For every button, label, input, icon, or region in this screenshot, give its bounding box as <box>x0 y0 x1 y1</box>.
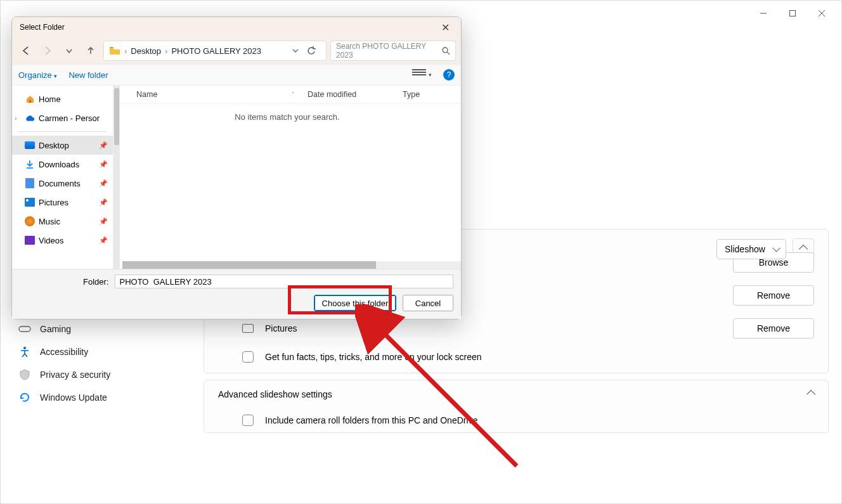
breadcrumb-sep: › <box>123 46 128 56</box>
dialog-navrow: › Desktop › PHOTO GALLERY 2023 Search PH… <box>12 37 461 64</box>
maximize-button[interactable] <box>778 3 807 23</box>
tree-music[interactable]: Music📌 <box>12 212 113 231</box>
cancel-button[interactable]: Cancel <box>403 295 453 311</box>
desktop-icon <box>25 140 35 150</box>
vscroll-thumb[interactable] <box>114 88 119 145</box>
list-header: Name˄ Date modified Type <box>113 86 461 103</box>
gamepad-icon <box>18 323 31 335</box>
empty-message: No items match your search. <box>113 112 461 122</box>
view-list-icon <box>412 69 426 81</box>
cameraroll-label: Include camera roll folders from this PC… <box>265 415 477 425</box>
svg-point-6 <box>443 48 448 53</box>
dialog-title: Select Folder <box>20 23 65 32</box>
chevron-up-icon <box>806 390 815 399</box>
address-bar[interactable]: › Desktop › PHOTO GALLERY 2023 <box>103 41 327 61</box>
download-icon <box>25 159 35 169</box>
hscroll-thumb[interactable] <box>122 261 376 269</box>
home-icon <box>25 94 35 104</box>
nav-forward-button[interactable] <box>39 42 56 60</box>
chevron-down-icon[interactable] <box>292 47 299 55</box>
nav-up-button[interactable] <box>82 42 100 60</box>
pin-icon: 📌 <box>99 160 108 169</box>
tree-videos[interactable]: Videos📌 <box>12 231 113 250</box>
expand-icon[interactable]: › <box>15 115 16 122</box>
advanced-header-row[interactable]: Advanced slideshow settings <box>204 380 828 408</box>
nav-back-button[interactable] <box>17 42 35 60</box>
pictures-icon <box>25 197 35 207</box>
sidebar-label: Privacy & security <box>40 370 110 380</box>
choose-folder-button[interactable]: Choose this folder <box>314 295 396 311</box>
search-input[interactable]: Search PHOTO GALLERY 2023 <box>330 41 456 61</box>
pin-icon: 📌 <box>99 179 108 188</box>
album-name: Pictures <box>265 323 297 333</box>
col-date[interactable]: Date modified <box>302 90 398 99</box>
tree-documents[interactable]: Documents📌 <box>12 174 113 193</box>
breadcrumb-desktop[interactable]: Desktop <box>131 46 161 56</box>
camera-roll-row: Include camera roll folders from this PC… <box>204 408 828 432</box>
col-name[interactable]: Name˄ <box>131 90 302 99</box>
sidebar-label: Windows Update <box>40 392 107 403</box>
music-icon <box>25 216 35 226</box>
document-icon <box>25 178 35 188</box>
sidebar-label: Gaming <box>40 324 71 334</box>
dialog-body: Home ›Carmen - Persor Desktop📌 Downloads… <box>12 86 461 269</box>
view-menu[interactable]: ▾ <box>412 69 432 81</box>
pin-icon: 📌 <box>99 236 108 245</box>
sidebar-item-gaming[interactable]: Gaming <box>13 318 191 340</box>
tree-home[interactable]: Home <box>12 89 113 108</box>
select-folder-dialog: Select Folder ✕ › Desktop › PHOTO GALLER… <box>11 16 462 320</box>
close-button[interactable] <box>807 3 836 23</box>
folder-tree[interactable]: Home ›Carmen - Persor Desktop📌 Downloads… <box>12 86 113 269</box>
sidebar-item-privacy[interactable]: Privacy & security <box>13 363 191 386</box>
dialog-toolbar: Organize ▾ New folder ▾ ? <box>12 64 461 86</box>
breadcrumb-sep: › <box>164 46 169 56</box>
advanced-panel: Advanced slideshow settings Include came… <box>204 380 829 433</box>
svg-rect-8 <box>29 100 31 103</box>
sidebar-item-accessibility[interactable]: Accessibility <box>13 340 191 363</box>
sidebar-item-update[interactable]: Windows Update <box>13 386 191 409</box>
folder-icon <box>242 324 254 333</box>
col-type[interactable]: Type <box>398 90 448 99</box>
vscrollbar[interactable] <box>113 86 120 269</box>
tree-desktop[interactable]: Desktop📌 <box>12 136 113 155</box>
update-icon <box>18 391 31 404</box>
nav-recent-button[interactable] <box>60 42 78 60</box>
refresh-button[interactable] <box>302 46 321 56</box>
pin-icon: 📌 <box>99 198 108 207</box>
hscrollbar[interactable] <box>122 261 461 269</box>
svg-rect-1 <box>790 11 796 16</box>
svg-point-5 <box>23 347 26 349</box>
folder-icon <box>109 46 120 55</box>
search-placeholder: Search PHOTO GALLERY 2023 <box>336 42 442 60</box>
pin-icon: 📌 <box>99 141 108 150</box>
file-list[interactable]: Name˄ Date modified Type No items match … <box>113 86 461 269</box>
tree-downloads[interactable]: Downloads📌 <box>12 155 113 174</box>
dialog-footer: Folder: Choose this folder Cancel <box>12 269 461 319</box>
videos-icon <box>25 235 35 245</box>
advanced-header: Advanced slideshow settings <box>218 389 332 399</box>
folder-label: Folder: <box>20 277 108 287</box>
folder-name-input[interactable] <box>115 275 453 288</box>
search-icon <box>442 47 450 55</box>
shield-icon <box>18 368 31 381</box>
new-folder-button[interactable]: New folder <box>68 70 108 80</box>
svg-rect-4 <box>19 326 30 332</box>
cameraroll-checkbox[interactable] <box>242 415 254 426</box>
remove-button[interactable]: Remove <box>733 318 814 339</box>
tree-personal[interactable]: ›Carmen - Persor <box>12 108 113 127</box>
personalize-dropdown[interactable]: Slideshow <box>716 239 786 259</box>
funfacts-checkbox[interactable] <box>242 351 254 363</box>
tree-separator <box>18 131 107 132</box>
tree-pictures[interactable]: Pictures📌 <box>12 193 113 212</box>
remove-button[interactable]: Remove <box>733 285 814 306</box>
organize-menu[interactable]: Organize ▾ <box>18 70 57 80</box>
dialog-close-button[interactable]: ✕ <box>436 19 455 36</box>
help-button[interactable]: ? <box>443 69 455 81</box>
breadcrumb-current[interactable]: PHOTO GALLERY 2023 <box>171 46 261 56</box>
onedrive-icon <box>25 113 35 123</box>
pin-icon: 📌 <box>99 217 108 226</box>
svg-line-7 <box>447 52 450 55</box>
accessibility-icon <box>18 346 31 358</box>
minimize-button[interactable] <box>749 3 778 23</box>
sort-asc-icon: ˄ <box>292 91 295 98</box>
